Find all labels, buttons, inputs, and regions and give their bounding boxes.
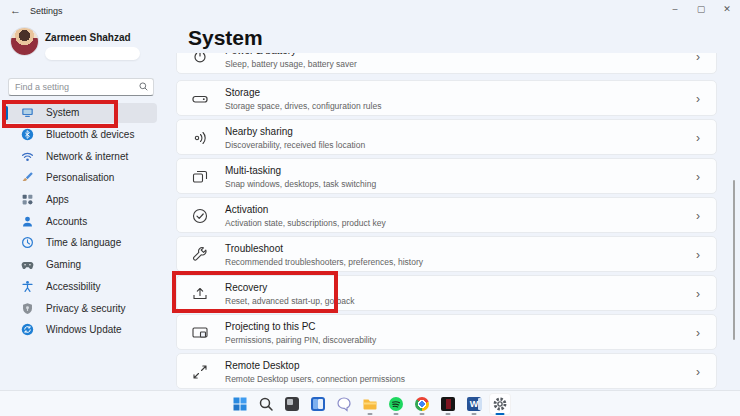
back-icon[interactable]: ← bbox=[10, 4, 21, 16]
recovery-icon bbox=[191, 285, 209, 303]
selected-accent-bar bbox=[5, 106, 8, 120]
chevron-right-icon: › bbox=[696, 365, 700, 379]
settings-item-troubleshoot[interactable]: Troubleshoot Recommended troubleshooters… bbox=[176, 236, 717, 272]
chevron-right-icon: › bbox=[696, 287, 700, 301]
open-indicator bbox=[446, 413, 451, 415]
maximize-button[interactable]: ▢ bbox=[694, 2, 708, 16]
start-icon bbox=[232, 396, 248, 412]
taskbar-chat-button[interactable] bbox=[333, 393, 355, 415]
taskbar-file-explorer-button[interactable] bbox=[359, 393, 381, 415]
chat-icon bbox=[336, 396, 352, 412]
chevron-right-icon: › bbox=[696, 131, 700, 145]
active-indicator bbox=[496, 413, 505, 415]
search-icon bbox=[138, 81, 149, 92]
sidebar-item-network-internet[interactable]: Network & internet bbox=[0, 145, 170, 167]
settings-item-storage[interactable]: Storage Storage space, drives, configura… bbox=[176, 80, 717, 116]
taskbar-split-panels-app-button[interactable] bbox=[307, 393, 329, 415]
settings-item-projecting[interactable]: Projecting to this PC Permissions, pairi… bbox=[176, 314, 717, 350]
taskbar: W bbox=[0, 390, 740, 416]
settings-item-title: Remote Desktop bbox=[225, 360, 299, 371]
sidebar-item-label: Personalisation bbox=[46, 172, 114, 183]
network-icon bbox=[21, 150, 34, 163]
open-indicator bbox=[420, 413, 425, 415]
sidebar-item-label: Privacy & security bbox=[46, 303, 125, 314]
sidebar-item-gaming[interactable]: Gaming bbox=[0, 254, 170, 276]
sidebar-item-privacy-security[interactable]: Privacy & security bbox=[0, 297, 170, 319]
settings-item-title: Multi-tasking bbox=[225, 165, 281, 176]
sidebar-item-label: Time & language bbox=[46, 237, 121, 248]
bluetooth-icon bbox=[21, 128, 34, 141]
start-button[interactable] bbox=[229, 393, 251, 415]
chrome-icon bbox=[415, 397, 429, 411]
settings-item-subtitle: Reset, advanced start-up, go back bbox=[225, 296, 354, 306]
sidebar-item-label: Network & internet bbox=[46, 151, 128, 162]
settings-item-subtitle: Recommended troubleshooters, preferences… bbox=[225, 257, 423, 267]
video-app-icon bbox=[441, 397, 455, 411]
search-input[interactable] bbox=[13, 79, 135, 95]
open-indicator bbox=[394, 413, 399, 415]
sidebar-item-accessibility[interactable]: Accessibility bbox=[0, 276, 170, 298]
sidebar-item-apps[interactable]: Apps bbox=[0, 189, 170, 211]
settings-gear-icon bbox=[492, 396, 508, 412]
sidebar-item-label: Apps bbox=[46, 194, 69, 205]
minimize-button[interactable]: – bbox=[668, 2, 682, 16]
taskbar-dark-app-button[interactable] bbox=[281, 393, 303, 415]
settings-item-subtitle: Remote Desktop users, connection permiss… bbox=[225, 374, 405, 384]
settings-window: ← Settings – ▢ ✕ Zarmeen Shahzad bbox=[0, 0, 740, 416]
sidebar-item-label: Accounts bbox=[46, 216, 87, 227]
spotify-icon bbox=[388, 396, 404, 412]
taskbar-spotify-button[interactable] bbox=[385, 393, 407, 415]
selected-pill bbox=[5, 103, 157, 123]
taskbar-chrome-button[interactable] bbox=[411, 393, 433, 415]
page-title: System bbox=[188, 26, 263, 50]
settings-item-remote-desktop[interactable]: Remote Desktop Remote Desktop users, con… bbox=[176, 353, 717, 389]
accessibility-icon bbox=[21, 280, 34, 293]
sidebar-item-bluetooth-devices[interactable]: Bluetooth & devices bbox=[0, 124, 170, 146]
storage-icon bbox=[191, 90, 209, 108]
settings-item-subtitle: Discoverability, received files location bbox=[225, 140, 365, 150]
window-controls: – ▢ ✕ bbox=[668, 2, 734, 16]
power-icon bbox=[191, 53, 209, 66]
settings-item-activation[interactable]: Activation Activation state, subscriptio… bbox=[176, 197, 717, 233]
taskbar-settings-button[interactable] bbox=[489, 393, 511, 415]
settings-item-subtitle: Permissions, pairing PIN, discoverabilit… bbox=[225, 335, 376, 345]
sidebar-item-label: Bluetooth & devices bbox=[46, 129, 134, 140]
close-button[interactable]: ✕ bbox=[720, 2, 734, 16]
split-panels-app-icon bbox=[311, 397, 325, 411]
scrollbar[interactable] bbox=[733, 180, 735, 340]
personalisation-icon bbox=[21, 171, 34, 184]
sidebar-item-accounts[interactable]: Accounts bbox=[0, 210, 170, 232]
settings-item-title: Storage bbox=[225, 87, 260, 98]
settings-item-subtitle: Snap windows, desktops, task switching bbox=[225, 179, 376, 189]
windows-update-icon bbox=[21, 323, 34, 336]
settings-item-title: Recovery bbox=[225, 282, 267, 293]
taskbar-word-button[interactable]: W bbox=[463, 393, 485, 415]
nearby-sharing-icon bbox=[191, 129, 209, 147]
settings-item-recovery[interactable]: Recovery Reset, advanced start-up, go ba… bbox=[176, 275, 717, 311]
sidebar-item-system[interactable]: System bbox=[0, 102, 170, 124]
sidebar-item-label: Windows Update bbox=[46, 324, 122, 335]
settings-item-title: Activation bbox=[225, 204, 268, 215]
search-box[interactable] bbox=[8, 78, 154, 96]
apps-icon bbox=[21, 193, 34, 206]
taskbar-search-button[interactable] bbox=[255, 393, 277, 415]
settings-item-nearby-sharing[interactable]: Nearby sharing Discoverability, received… bbox=[176, 119, 717, 155]
settings-list: Power & battery Sleep, battery usage, ba… bbox=[176, 53, 740, 390]
sidebar-item-time-language[interactable]: Time & language bbox=[0, 232, 170, 254]
remote-desktop-icon bbox=[191, 363, 209, 381]
settings-item-subtitle: Sleep, battery usage, battery saver bbox=[225, 59, 357, 69]
settings-item-power-battery[interactable]: Power & battery Sleep, battery usage, ba… bbox=[176, 53, 717, 74]
window-title: Settings bbox=[30, 6, 63, 16]
avatar[interactable] bbox=[11, 28, 38, 55]
settings-item-multi-tasking[interactable]: Multi-tasking Snap windows, desktops, ta… bbox=[176, 158, 717, 194]
chevron-right-icon: › bbox=[696, 53, 700, 64]
search-icon bbox=[258, 396, 274, 412]
redacted-email bbox=[45, 47, 140, 60]
sidebar-item-personalisation[interactable]: Personalisation bbox=[0, 167, 170, 189]
sidebar-item-windows-update[interactable]: Windows Update bbox=[0, 319, 170, 341]
settings-item-title: Projecting to this PC bbox=[225, 321, 316, 332]
open-indicator bbox=[472, 413, 477, 415]
projecting-icon bbox=[191, 324, 209, 342]
taskbar-video-app-button[interactable] bbox=[437, 393, 459, 415]
troubleshoot-icon bbox=[191, 246, 209, 264]
